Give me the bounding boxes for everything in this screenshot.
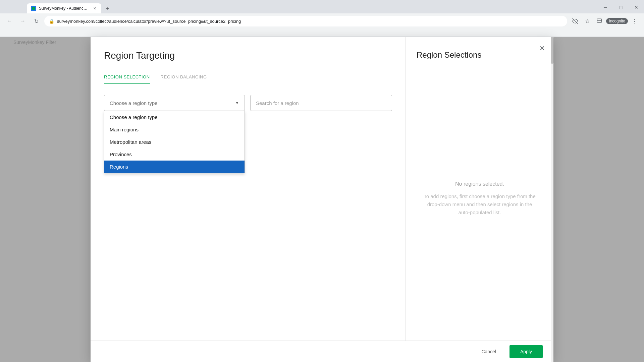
dropdown-item-choose[interactable]: Choose a region type xyxy=(104,111,245,123)
modal-overlay: ✕ Region Targeting REGION SELECTION REGI… xyxy=(0,37,644,362)
star-icon[interactable]: ☆ xyxy=(582,16,593,26)
dropdown-menu: Choose a region type Main regions Metrop… xyxy=(104,111,245,173)
window-controls: ─ □ ✕ xyxy=(598,1,644,13)
tab-title: SurveyMonkey - Audience Pre... xyxy=(39,6,89,11)
tab-favicon xyxy=(31,6,36,11)
modal-right-panel: Region Selections No regions selected. T… xyxy=(406,37,553,341)
scrollbar-track[interactable] xyxy=(551,37,553,341)
minimize-button[interactable]: ─ xyxy=(598,1,613,13)
modal: ✕ Region Targeting REGION SELECTION REGI… xyxy=(91,37,553,362)
back-button[interactable]: ← xyxy=(4,16,15,26)
reload-button[interactable]: ↻ xyxy=(31,16,42,26)
incognito-badge: Incognito xyxy=(606,18,628,24)
tab-region-selection[interactable]: REGION SELECTION xyxy=(104,70,150,84)
dropdown-item-provinces[interactable]: Provinces xyxy=(104,148,245,161)
search-wrapper xyxy=(250,95,392,111)
profile-icon[interactable] xyxy=(594,16,605,26)
address-bar[interactable]: 🔒 surveymonkey.com/collect/audience/calc… xyxy=(44,16,567,26)
controls-row: Choose a region type ▼ Choose a region t… xyxy=(104,95,392,111)
modal-footer: Cancel Apply xyxy=(91,341,553,362)
dropdown-item-metro-areas[interactable]: Metropolitan areas xyxy=(104,136,245,148)
apply-button[interactable]: Apply xyxy=(509,345,543,358)
new-tab-button[interactable]: + xyxy=(103,4,112,13)
right-panel-title: Region Selections xyxy=(417,50,543,60)
no-regions-section: No regions selected. To add regions, fir… xyxy=(417,70,543,327)
close-icon: ✕ xyxy=(539,44,545,52)
modal-body: Region Targeting REGION SELECTION REGION… xyxy=(91,37,553,341)
chevron-down-icon: ▼ xyxy=(235,101,239,105)
region-type-dropdown-wrapper: Choose a region type ▼ Choose a region t… xyxy=(104,95,245,111)
menu-icon[interactable]: ⋮ xyxy=(629,16,640,26)
region-type-dropdown[interactable]: Choose a region type ▼ xyxy=(104,95,245,111)
cancel-button[interactable]: Cancel xyxy=(473,345,504,358)
modal-title: Region Targeting xyxy=(104,50,392,61)
no-regions-desc: To add regions, first choose a region ty… xyxy=(423,192,536,217)
maximize-button[interactable]: □ xyxy=(613,1,629,13)
dropdown-item-regions[interactable]: Regions xyxy=(104,161,245,173)
modal-left-panel: Region Targeting REGION SELECTION REGION… xyxy=(91,37,406,341)
eye-slash-icon[interactable] xyxy=(570,16,581,26)
lock-icon: 🔒 xyxy=(49,19,54,24)
modal-close-button[interactable]: ✕ xyxy=(536,42,548,54)
region-search-input[interactable] xyxy=(250,95,392,111)
scrollbar-thumb[interactable] xyxy=(551,37,553,64)
page-content: SurveyMonkey Filter ✕ Region Targeting R… xyxy=(0,37,644,362)
dropdown-selected-value: Choose a region type xyxy=(110,100,158,106)
browser-tab[interactable]: SurveyMonkey - Audience Pre... ✕ xyxy=(27,3,101,13)
toolbar-icons: ☆ Incognito ⋮ xyxy=(570,16,640,26)
tab-region-balancing[interactable]: REGION BALANCING xyxy=(161,70,207,84)
forward-button[interactable]: → xyxy=(17,16,28,26)
svg-point-0 xyxy=(32,7,35,10)
modal-tabs: REGION SELECTION REGION BALANCING xyxy=(104,70,392,84)
dropdown-item-main-regions[interactable]: Main regions xyxy=(104,123,245,136)
no-regions-title: No regions selected. xyxy=(455,181,504,187)
url-input[interactable]: surveymonkey.com/collect/audience/calcul… xyxy=(57,19,562,24)
close-window-button[interactable]: ✕ xyxy=(629,1,644,13)
tab-close-btn[interactable]: ✕ xyxy=(92,6,97,11)
